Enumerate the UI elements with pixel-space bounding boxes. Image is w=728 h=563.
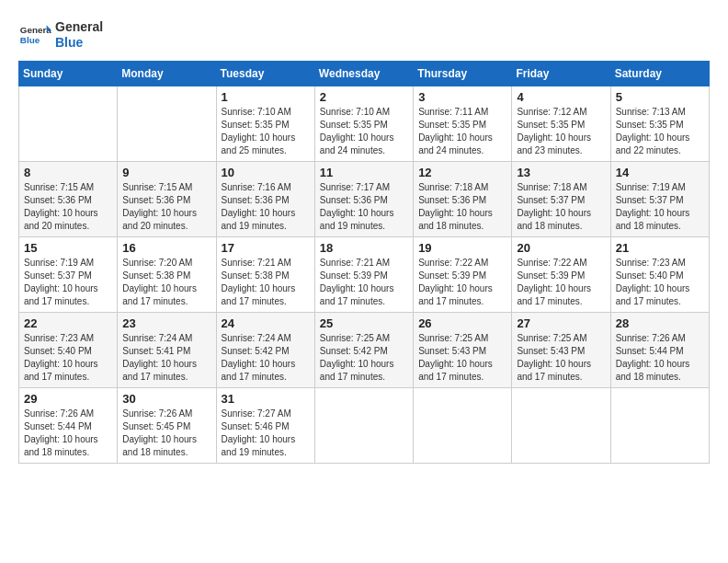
calendar-cell: 11Sunrise: 7:17 AMSunset: 5:36 PMDayligh… [314,162,413,237]
calendar-header-row: SundayMondayTuesdayWednesdayThursdayFrid… [19,62,710,86]
day-info: Sunrise: 7:12 AMSunset: 5:35 PMDaylight:… [517,106,605,157]
day-number: 5 [616,90,704,104]
calendar-day-header: Sunday [19,62,118,86]
day-number: 28 [616,316,704,330]
calendar-cell [118,86,216,162]
day-number: 10 [222,166,310,179]
day-info: Sunrise: 7:16 AMSunset: 5:36 PMDaylight:… [222,181,310,233]
logo: General Blue General Blue [18,18,103,52]
calendar-table: SundayMondayTuesdayWednesdayThursdayFrid… [18,61,710,464]
day-info: Sunrise: 7:10 AMSunset: 5:35 PMDaylight:… [222,106,310,157]
day-number: 16 [122,241,210,255]
day-info: Sunrise: 7:21 AMSunset: 5:38 PMDaylight:… [222,257,310,308]
svg-text:Blue: Blue [20,35,40,45]
calendar-cell: 3Sunrise: 7:11 AMSunset: 5:35 PMDaylight… [414,86,512,162]
day-number: 13 [517,166,605,179]
calendar-day-header: Tuesday [216,62,314,86]
day-number: 2 [320,90,408,104]
calendar-cell: 15Sunrise: 7:19 AMSunset: 5:37 PMDayligh… [19,237,118,313]
calendar-cell: 9Sunrise: 7:15 AMSunset: 5:36 PMDaylight… [118,162,216,237]
calendar-cell: 4Sunrise: 7:12 AMSunset: 5:35 PMDaylight… [512,86,610,162]
day-number: 19 [418,241,506,255]
day-info: Sunrise: 7:18 AMSunset: 5:36 PMDaylight:… [418,181,506,233]
calendar-cell: 26Sunrise: 7:25 AMSunset: 5:43 PMDayligh… [414,313,512,388]
calendar-cell: 8Sunrise: 7:15 AMSunset: 5:36 PMDaylight… [19,162,118,237]
calendar-cell [414,388,512,464]
day-number: 27 [517,316,605,330]
calendar-cell [610,388,709,464]
day-number: 17 [222,241,310,255]
day-info: Sunrise: 7:27 AMSunset: 5:46 PMDaylight:… [222,408,310,459]
calendar-cell: 18Sunrise: 7:21 AMSunset: 5:39 PMDayligh… [314,237,413,313]
day-info: Sunrise: 7:13 AMSunset: 5:35 PMDaylight:… [616,106,704,157]
day-number: 23 [122,316,210,330]
day-number: 14 [616,166,704,179]
day-info: Sunrise: 7:23 AMSunset: 5:40 PMDaylight:… [616,257,704,308]
calendar-cell: 14Sunrise: 7:19 AMSunset: 5:37 PMDayligh… [610,162,709,237]
calendar-cell: 25Sunrise: 7:25 AMSunset: 5:42 PMDayligh… [314,313,413,388]
calendar-cell: 20Sunrise: 7:22 AMSunset: 5:39 PMDayligh… [512,237,610,313]
day-info: Sunrise: 7:11 AMSunset: 5:35 PMDaylight:… [418,106,506,157]
page-header: General Blue General Blue [18,18,710,52]
day-info: Sunrise: 7:10 AMSunset: 5:35 PMDaylight:… [320,106,408,157]
day-info: Sunrise: 7:24 AMSunset: 5:41 PMDaylight:… [122,332,210,384]
day-info: Sunrise: 7:21 AMSunset: 5:39 PMDaylight:… [320,257,408,308]
day-number: 18 [320,241,408,255]
logo-general-text: General [55,19,103,35]
calendar-day-header: Wednesday [314,62,413,86]
logo-icon: General Blue [18,18,51,52]
calendar-cell: 12Sunrise: 7:18 AMSunset: 5:36 PMDayligh… [414,162,512,237]
calendar-cell: 30Sunrise: 7:26 AMSunset: 5:45 PMDayligh… [118,388,216,464]
calendar-week-row: 8Sunrise: 7:15 AMSunset: 5:36 PMDaylight… [19,162,710,237]
calendar-cell [314,388,413,464]
calendar-day-header: Monday [118,62,216,86]
calendar-cell: 10Sunrise: 7:16 AMSunset: 5:36 PMDayligh… [216,162,314,237]
calendar-cell: 29Sunrise: 7:26 AMSunset: 5:44 PMDayligh… [19,388,118,464]
day-number: 29 [24,392,112,406]
calendar-cell: 19Sunrise: 7:22 AMSunset: 5:39 PMDayligh… [414,237,512,313]
calendar-cell: 5Sunrise: 7:13 AMSunset: 5:35 PMDaylight… [610,86,709,162]
calendar-cell: 21Sunrise: 7:23 AMSunset: 5:40 PMDayligh… [610,237,709,313]
day-info: Sunrise: 7:24 AMSunset: 5:42 PMDaylight:… [222,332,310,384]
day-number: 9 [122,166,210,179]
calendar-cell: 13Sunrise: 7:18 AMSunset: 5:37 PMDayligh… [512,162,610,237]
day-info: Sunrise: 7:26 AMSunset: 5:45 PMDaylight:… [122,408,210,459]
day-info: Sunrise: 7:23 AMSunset: 5:40 PMDaylight:… [24,332,112,384]
logo-blue-text: Blue [55,35,103,51]
day-number: 3 [418,90,506,104]
day-number: 22 [24,316,112,330]
calendar-cell: 24Sunrise: 7:24 AMSunset: 5:42 PMDayligh… [216,313,314,388]
calendar-week-row: 29Sunrise: 7:26 AMSunset: 5:44 PMDayligh… [19,388,710,464]
day-number: 20 [517,241,605,255]
day-number: 11 [320,166,408,179]
day-number: 8 [24,166,112,179]
calendar-cell: 16Sunrise: 7:20 AMSunset: 5:38 PMDayligh… [118,237,216,313]
calendar-week-row: 22Sunrise: 7:23 AMSunset: 5:40 PMDayligh… [19,313,710,388]
calendar-week-row: 1Sunrise: 7:10 AMSunset: 5:35 PMDaylight… [19,86,710,162]
calendar-cell: 17Sunrise: 7:21 AMSunset: 5:38 PMDayligh… [216,237,314,313]
day-number: 30 [122,392,210,406]
calendar-cell: 2Sunrise: 7:10 AMSunset: 5:35 PMDaylight… [314,86,413,162]
calendar-cell: 1Sunrise: 7:10 AMSunset: 5:35 PMDaylight… [216,86,314,162]
calendar-cell: 31Sunrise: 7:27 AMSunset: 5:46 PMDayligh… [216,388,314,464]
day-info: Sunrise: 7:22 AMSunset: 5:39 PMDaylight:… [517,257,605,308]
day-info: Sunrise: 7:25 AMSunset: 5:43 PMDaylight:… [517,332,605,384]
day-number: 15 [24,241,112,255]
day-info: Sunrise: 7:20 AMSunset: 5:38 PMDaylight:… [122,257,210,308]
calendar-cell: 22Sunrise: 7:23 AMSunset: 5:40 PMDayligh… [19,313,118,388]
calendar-cell [512,388,610,464]
day-number: 26 [418,316,506,330]
calendar-cell: 27Sunrise: 7:25 AMSunset: 5:43 PMDayligh… [512,313,610,388]
day-number: 24 [222,316,310,330]
day-number: 21 [616,241,704,255]
day-number: 25 [320,316,408,330]
calendar-cell [19,86,118,162]
day-info: Sunrise: 7:15 AMSunset: 5:36 PMDaylight:… [122,181,210,233]
day-info: Sunrise: 7:19 AMSunset: 5:37 PMDaylight:… [24,257,112,308]
day-number: 31 [222,392,310,406]
day-info: Sunrise: 7:15 AMSunset: 5:36 PMDaylight:… [24,181,112,233]
calendar-day-header: Saturday [610,62,709,86]
day-number: 1 [222,90,310,104]
day-number: 4 [517,90,605,104]
calendar-day-header: Thursday [414,62,512,86]
